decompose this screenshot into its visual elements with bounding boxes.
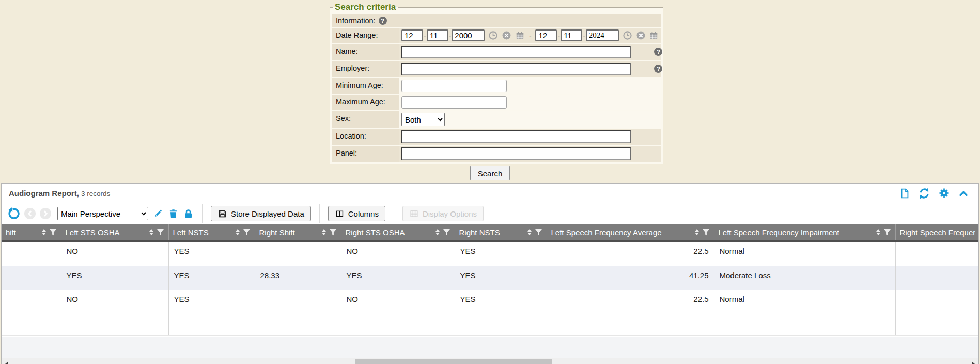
calendar-icon[interactable] (515, 31, 525, 40)
report-grid: hiftLeft STS OSHALeft NSTSRight ShiftRig… (2, 224, 978, 337)
filter-icon[interactable] (329, 229, 337, 236)
filter-icon[interactable] (243, 229, 251, 236)
panel-input[interactable] (401, 147, 631, 160)
table-cell (255, 290, 341, 335)
sex-label: Sex: (332, 111, 399, 128)
max-age-label: Maximum Age: (332, 95, 399, 110)
column-header[interactable]: Left Speech Frequency Impairment (714, 224, 895, 241)
search-button[interactable]: Search (470, 166, 510, 180)
audiogram-table: hiftLeft STS OSHALeft NSTSRight ShiftRig… (2, 224, 978, 336)
sex-select[interactable]: Both (401, 113, 445, 126)
question-icon[interactable]: ? (654, 48, 662, 56)
table-cell (2, 241, 61, 266)
scroll-right-arrow-icon[interactable] (969, 358, 977, 364)
filter-icon[interactable] (535, 229, 542, 236)
refresh-icon[interactable] (918, 187, 930, 200)
columns-button[interactable]: Columns (328, 206, 385, 221)
min-age-label: Minimum Age: (332, 78, 399, 94)
new-document-icon[interactable] (899, 188, 910, 199)
column-header[interactable]: Left NSTS (168, 224, 255, 241)
table-row[interactable]: YESYES28.33YESYES41.25Moderate Loss (2, 266, 978, 290)
undo-icon[interactable] (7, 207, 20, 220)
filter-icon[interactable] (883, 229, 891, 236)
date-from-day-input[interactable] (427, 29, 448, 41)
filter-icon[interactable] (49, 229, 57, 236)
min-age-input[interactable] (401, 80, 507, 92)
pencil-icon[interactable] (152, 208, 164, 219)
employer-label: Employer: (332, 61, 399, 77)
table-cell (255, 241, 341, 266)
date-to-day-input[interactable] (561, 29, 582, 41)
max-age-input[interactable] (401, 96, 507, 109)
search-criteria-fieldset: Search criteria Information: ? Date Rang… (330, 2, 663, 164)
gear-icon[interactable] (938, 187, 950, 199)
perspective-select[interactable]: Main Perspective (57, 207, 148, 220)
column-header[interactable]: Left STS OSHA (61, 224, 168, 241)
column-header[interactable]: Left Speech Frequency Average (547, 224, 714, 241)
date-to-year-input[interactable] (586, 29, 619, 41)
collapse-icon[interactable] (958, 188, 969, 199)
sort-icon[interactable] (435, 229, 440, 235)
table-cell: YES (168, 290, 255, 335)
display-options-button[interactable]: Display Options (402, 206, 484, 221)
report-title: Audiogram Report, 3 records (9, 189, 899, 198)
table-cell: 41.25 (547, 266, 714, 290)
scroll-left-arrow-icon[interactable] (3, 358, 11, 364)
table-row[interactable]: NOYESNOYES22.5Normal (2, 290, 978, 335)
column-header-label: Right STS OSHA (346, 228, 405, 237)
date-from-month-input[interactable] (401, 29, 423, 41)
table-cell: YES (168, 241, 255, 266)
table-cell: 28.33 (255, 266, 341, 290)
date-from-year-input[interactable] (452, 29, 485, 41)
clear-icon[interactable] (636, 31, 646, 40)
column-header[interactable]: hift (2, 224, 61, 241)
horizontal-scrollbar[interactable] (2, 358, 978, 364)
filter-icon[interactable] (702, 229, 710, 236)
column-header[interactable]: Right STS OSHA (341, 224, 455, 241)
location-input[interactable] (401, 130, 631, 143)
trash-icon[interactable] (168, 208, 179, 219)
max-age-field (399, 95, 661, 110)
question-icon[interactable]: ? (654, 65, 662, 73)
min-age-row: Minimum Age: (332, 78, 661, 94)
date-to-month-input[interactable] (535, 29, 557, 41)
sort-icon[interactable] (42, 229, 46, 235)
clock-icon[interactable] (488, 31, 498, 40)
column-header[interactable]: Right Shift (255, 224, 341, 241)
clear-icon[interactable] (502, 31, 511, 40)
name-input[interactable] (401, 46, 631, 58)
table-row[interactable]: NOYESNOYES22.5Normal (2, 241, 978, 266)
store-displayed-data-label: Store Displayed Data (231, 209, 304, 218)
panel-row: Panel: (332, 146, 661, 162)
clock-icon[interactable] (623, 31, 632, 40)
filter-icon[interactable] (157, 229, 164, 236)
panel-label: Panel: (332, 146, 399, 162)
name-label: Name: (332, 44, 399, 60)
table-header-row: hiftLeft STS OSHALeft NSTSRight ShiftRig… (2, 224, 978, 241)
store-displayed-data-button[interactable]: Store Displayed Data (211, 206, 311, 221)
sort-icon[interactable] (876, 229, 880, 235)
sort-icon[interactable] (149, 229, 153, 235)
table-cell: 22.5 (547, 241, 714, 266)
sort-icon[interactable] (695, 229, 699, 235)
column-header-label: Right NSTS (459, 228, 500, 237)
calendar-icon[interactable] (649, 31, 659, 40)
column-header-label: Right Shift (259, 228, 295, 237)
filter-icon[interactable] (443, 229, 450, 236)
sort-icon[interactable] (527, 229, 532, 235)
sort-icon[interactable] (236, 229, 240, 235)
scrollbar-thumb[interactable] (355, 359, 552, 364)
next-perspective-button[interactable] (40, 208, 51, 219)
column-header[interactable]: Right Speech Frequer (895, 224, 978, 241)
date-range-row: Date Range: -- - -- (332, 28, 661, 43)
employer-input[interactable] (401, 63, 631, 75)
question-icon[interactable]: ? (379, 17, 387, 25)
grid-icon (409, 209, 419, 219)
lock-icon[interactable] (183, 208, 194, 219)
column-header[interactable]: Right NSTS (455, 224, 547, 241)
previous-perspective-button[interactable] (24, 208, 36, 219)
column-header-label: Left NSTS (173, 228, 209, 237)
table-cell: NO (61, 290, 168, 335)
chevron-left-icon (27, 210, 33, 217)
sort-icon[interactable] (322, 229, 326, 235)
